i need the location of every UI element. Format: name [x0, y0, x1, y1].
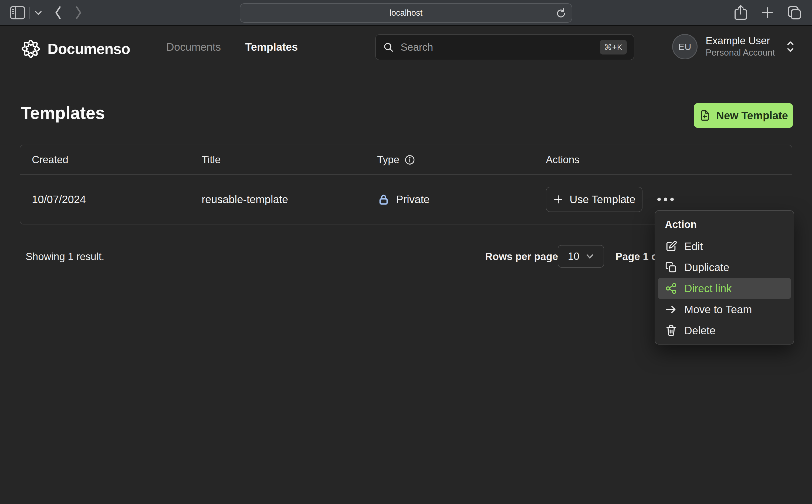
avatar: EU — [672, 34, 698, 59]
rows-per-page-select[interactable]: 10 — [558, 245, 604, 268]
row-type-label: Private — [396, 193, 430, 206]
menu-item-label: Delete — [684, 325, 716, 337]
url-input[interactable] — [352, 8, 460, 18]
table-header-row: Created Title Type Actions — [20, 145, 792, 175]
back-button[interactable] — [53, 5, 63, 20]
new-template-button[interactable]: New Template — [694, 103, 793, 128]
page-title: Templates — [21, 103, 105, 123]
rows-per-page-value: 10 — [568, 251, 579, 262]
user-name: Example User — [706, 35, 775, 47]
column-header-actions: Actions — [546, 154, 580, 166]
menu-item-duplicate[interactable]: Duplicate — [658, 257, 791, 278]
account-menu-trigger[interactable]: EU Example User Personal Account — [672, 34, 795, 59]
back-arrow-icon — [53, 5, 63, 20]
menu-item-label: Duplicate — [684, 261, 729, 274]
tab-overview-button[interactable] — [787, 5, 802, 20]
arrow-right-icon — [665, 303, 677, 316]
browser-toolbar — [0, 0, 812, 26]
chevron-up-down-icon — [786, 40, 795, 53]
plus-icon — [553, 194, 564, 205]
menu-item-direct-link[interactable]: Direct link — [658, 278, 791, 299]
results-count: Showing 1 result. — [26, 251, 104, 263]
new-template-label: New Template — [716, 110, 788, 122]
brand-name: Documenso — [47, 40, 130, 57]
share-icon — [733, 4, 748, 21]
file-plus-icon — [699, 110, 711, 121]
menu-item-edit[interactable]: Edit — [658, 236, 791, 257]
tabs-icon — [787, 5, 802, 20]
forward-button[interactable] — [74, 5, 83, 20]
user-account-type: Personal Account — [706, 47, 775, 59]
search-input[interactable] — [400, 42, 600, 53]
copy-icon — [665, 261, 677, 274]
nav-item-documents[interactable]: Documents — [166, 41, 221, 53]
forward-arrow-icon — [74, 5, 83, 20]
info-icon[interactable] — [404, 154, 416, 165]
search-bar[interactable]: ⌘+K — [375, 34, 634, 60]
menu-item-label: Edit — [684, 240, 703, 253]
avatar-initials: EU — [678, 42, 691, 52]
search-icon — [383, 42, 394, 53]
row-actions-dropdown: Action Edit Duplicate — [655, 210, 794, 345]
menu-item-label: Move to Team — [684, 304, 752, 316]
row-actions-menu-button[interactable] — [655, 195, 677, 204]
row-template-title: reusable-template — [202, 193, 288, 206]
reload-button[interactable] — [555, 8, 567, 19]
chevron-down-icon — [586, 253, 594, 259]
row-created-date: 10/07/2024 — [32, 193, 86, 206]
menu-item-move-to-team[interactable]: Move to Team — [658, 299, 791, 320]
use-template-label: Use Template — [570, 193, 636, 206]
chevron-down-icon — [35, 10, 42, 15]
menu-item-delete[interactable]: Delete — [658, 320, 791, 341]
column-header-title: Title — [202, 154, 220, 166]
rows-per-page-label: Rows per page — [485, 251, 558, 263]
column-header-created: Created — [32, 154, 68, 166]
sidebar-toggle-button[interactable] — [10, 6, 25, 19]
column-header-type: Type — [377, 154, 399, 166]
address-bar[interactable] — [240, 3, 572, 23]
search-shortcut-badge: ⌘+K — [600, 40, 627, 55]
toolbar-divider — [29, 7, 30, 19]
edit-icon — [665, 240, 677, 253]
plus-icon — [761, 6, 774, 19]
share-nodes-icon — [665, 282, 677, 295]
main-nav: Documents Templates — [166, 41, 298, 53]
sidebar-icon — [10, 6, 25, 19]
reload-icon — [555, 8, 567, 19]
sidebar-chevron-button[interactable] — [35, 10, 42, 15]
dropdown-title: Action — [658, 217, 791, 236]
brand[interactable]: Documenso — [21, 39, 130, 59]
ellipsis-icon — [657, 198, 661, 201]
new-tab-button[interactable] — [761, 6, 774, 19]
use-template-button[interactable]: Use Template — [546, 187, 643, 212]
lock-icon — [377, 193, 390, 206]
trash-icon — [665, 324, 677, 337]
nav-item-templates[interactable]: Templates — [245, 41, 298, 53]
documenso-logo-icon — [21, 39, 40, 59]
share-button[interactable] — [733, 4, 748, 21]
menu-item-label: Direct link — [684, 282, 732, 295]
